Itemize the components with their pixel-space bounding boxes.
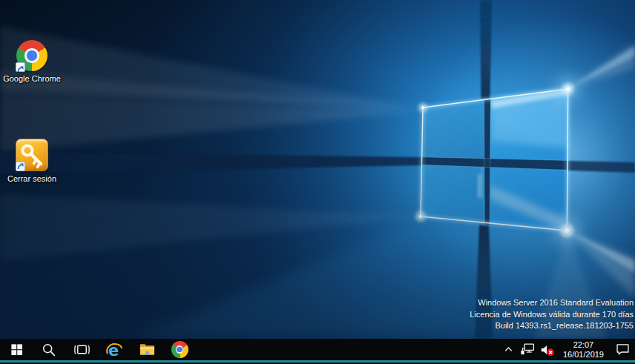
internet-explorer-icon: e — [105, 341, 123, 359]
watermark-line-3: Build 14393.rs1_release.181203-1755 — [470, 320, 634, 332]
tray-show-hidden-icons-button[interactable] — [499, 339, 519, 360]
desktop-icon-label: Cerrar sesión — [1, 174, 63, 183]
action-center-button[interactable] — [610, 339, 635, 360]
shortcut-arrow-icon — [16, 162, 25, 171]
desktop-icon-google-chrome[interactable]: Google Chrome — [1, 40, 63, 83]
tray-clock[interactable]: 22:07 16/01/2019 — [560, 339, 607, 360]
taskbar: e — [0, 339, 635, 360]
windows-logo-icon — [10, 343, 24, 357]
clock-time: 22:07 — [573, 340, 594, 350]
volume-muted-icon — [539, 342, 556, 358]
wallpaper-windows-hero-image — [0, 0, 635, 339]
action-center-icon — [615, 342, 631, 357]
license-watermark: Windows Server 2016 Standard Evaluation … — [470, 297, 635, 332]
task-view-icon — [73, 341, 91, 358]
desktop-screen: Windows Server 2016 Standard Evaluation … — [0, 0, 635, 364]
taskbar-internet-explorer-button[interactable]: e — [98, 339, 131, 360]
file-explorer-icon — [139, 341, 156, 358]
taskbar-file-explorer-button[interactable] — [131, 339, 163, 360]
taskbar-task-view-button[interactable] — [65, 339, 98, 360]
tray-volume-muted-button[interactable] — [538, 339, 557, 360]
chevron-up-icon — [502, 343, 515, 356]
clock-date: 16/01/2019 — [563, 350, 604, 360]
chrome-icon — [16, 40, 47, 71]
network-icon — [520, 342, 536, 357]
desktop-icon-label: Google Chrome — [1, 74, 63, 83]
taskbar-chrome-button[interactable] — [163, 339, 196, 360]
taskbar-search-button[interactable] — [33, 339, 65, 360]
watermark-line-1: Windows Server 2016 Standard Evaluation — [470, 297, 634, 309]
chrome-icon — [171, 341, 188, 358]
search-icon — [41, 342, 57, 358]
logoff-key-icon — [16, 139, 48, 171]
watermark-line-2: Licencia de Windows válida durante 170 d… — [470, 309, 634, 321]
desktop-icon-cerrar-sesion[interactable]: Cerrar sesión — [1, 139, 63, 183]
shortcut-arrow-icon — [16, 62, 25, 72]
start-button[interactable] — [0, 339, 33, 360]
taskbar-empty-area — [196, 339, 499, 360]
tray-network-button[interactable] — [519, 339, 538, 360]
